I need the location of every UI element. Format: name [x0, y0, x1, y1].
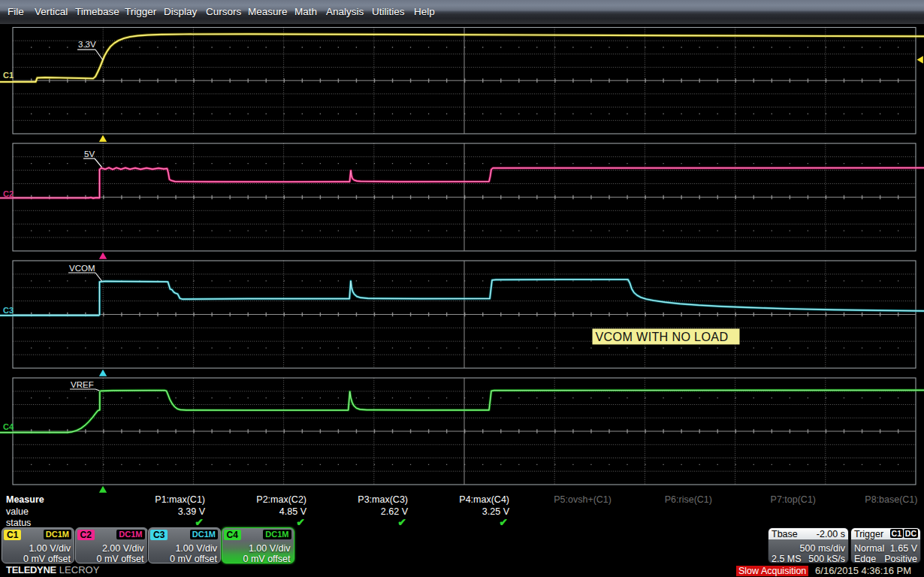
- svg-text:3.3V: 3.3V: [78, 40, 96, 49]
- svg-text:C2: C2: [3, 189, 14, 198]
- svg-text:C4: C4: [3, 422, 14, 431]
- svg-text:5V: 5V: [84, 150, 95, 159]
- svg-text:VCOM WITH NO LOAD: VCOM WITH NO LOAD: [596, 330, 729, 343]
- svg-text:VREF: VREF: [71, 380, 94, 389]
- svg-text:C1: C1: [3, 71, 14, 80]
- svg-text:VCOM: VCOM: [69, 264, 95, 273]
- svg-text:C3: C3: [3, 306, 14, 315]
